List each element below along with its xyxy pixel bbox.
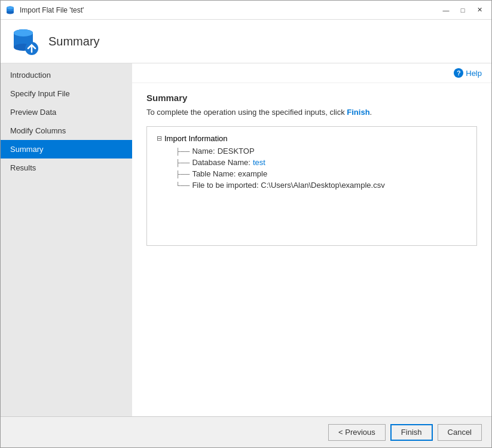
description-suffix: .: [370, 108, 372, 117]
sidebar-item-modify-columns[interactable]: Modify Columns: [1, 121, 132, 140]
tree-value-name: DESKTOP: [218, 147, 255, 156]
help-icon: ?: [454, 68, 463, 78]
title-bar-controls: — □ ✕: [439, 4, 487, 16]
tree-root: ⊟ Import Information: [157, 134, 467, 143]
main-window: Import Flat File 'test' — □ ✕ Summary In…: [0, 0, 492, 448]
sidebar-item-summary[interactable]: Summary: [1, 140, 132, 159]
app-icon: [5, 5, 15, 15]
close-button[interactable]: ✕: [472, 4, 487, 16]
tree-expand-icon[interactable]: ⊟: [157, 135, 162, 142]
tree-item-name: ├── Name: DESKTOP: [176, 147, 467, 156]
content-body: Summary To complete the operation using …: [132, 83, 491, 416]
tree-connector-2: ├──: [176, 159, 190, 166]
sidebar-item-introduction[interactable]: Introduction: [1, 66, 132, 84]
tree-connector-4: └──: [176, 182, 190, 189]
title-bar-title: Import Flat File 'test': [20, 6, 439, 14]
finish-button[interactable]: Finish: [390, 424, 433, 441]
svg-point-3: [7, 6, 14, 9]
content-header: ? Help: [132, 63, 491, 83]
main-area: Introduction Specify Input File Preview …: [1, 63, 491, 416]
tree-item-file: └── File to be imported: C:\Users\Alan\D…: [176, 181, 467, 190]
description-text: To complete the operation using the spec…: [146, 108, 477, 117]
minimize-button[interactable]: —: [439, 4, 453, 16]
description-prefix: To complete the operation using the spec…: [146, 108, 347, 117]
cancel-button[interactable]: Cancel: [438, 424, 482, 441]
sidebar-item-preview-data[interactable]: Preview Data: [1, 103, 132, 121]
description-finish-link: Finish: [347, 108, 369, 117]
section-title: Summary: [146, 93, 477, 103]
tree-item-table: ├── Table Name: example: [176, 169, 467, 178]
sidebar-item-results[interactable]: Results: [1, 159, 132, 177]
help-label: Help: [466, 69, 482, 78]
header: Summary: [1, 20, 491, 63]
tree-value-database: test: [253, 158, 265, 167]
header-title: Summary: [48, 35, 100, 48]
sidebar-item-specify-input-file[interactable]: Specify Input File: [1, 84, 132, 103]
help-link[interactable]: ? Help: [454, 68, 482, 78]
previous-button[interactable]: < Previous: [328, 424, 386, 441]
tree-children: ├── Name: DESKTOP ├── Database Name: tes…: [176, 147, 467, 190]
footer: < Previous Finish Cancel: [1, 416, 491, 447]
tree-root-label: Import Information: [164, 134, 228, 143]
header-icon: [10, 27, 39, 56]
maximize-button[interactable]: □: [456, 4, 470, 16]
tree-connector-1: ├──: [176, 148, 190, 155]
tree-item-database: ├── Database Name: test: [176, 158, 467, 167]
tree-connector-3: ├──: [176, 170, 190, 178]
tree-box: ⊟ Import Information ├── Name: DESKTOP ├…: [146, 126, 477, 246]
svg-point-7: [14, 29, 33, 36]
content-area: ? Help Summary To complete the operation…: [132, 63, 491, 416]
sidebar: Introduction Specify Input File Preview …: [1, 63, 132, 416]
svg-point-2: [7, 11, 14, 14]
title-bar: Import Flat File 'test' — □ ✕: [1, 1, 491, 20]
